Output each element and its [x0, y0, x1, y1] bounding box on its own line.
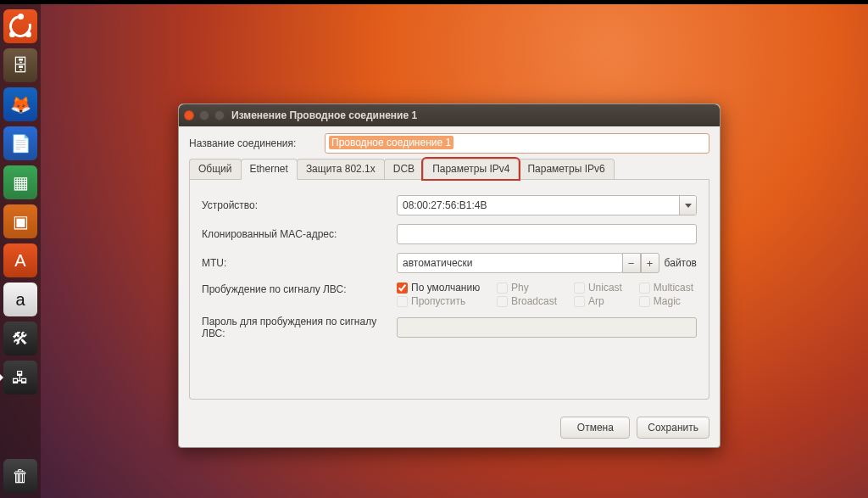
connection-name-label: Название соединения: — [189, 137, 316, 149]
connection-name-value: Проводное соединение 1 — [329, 136, 453, 149]
top-menubar — [0, 1, 868, 4]
launcher: 🗄 🦊 📄 ▦ ▣ A a 🛠 🖧 🗑 — [0, 4, 41, 498]
mtu-label: MTU: — [202, 257, 397, 269]
launcher-software-icon[interactable]: A — [3, 243, 37, 277]
window-maximize-icon[interactable] — [214, 110, 225, 120]
launcher-settings-icon[interactable]: 🛠 — [3, 322, 37, 355]
cancel-button[interactable]: Отмена — [560, 417, 630, 439]
launcher-calc-icon[interactable]: ▦ — [3, 165, 37, 199]
desktop: 🗄 🦊 📄 ▦ ▣ A a 🛠 🖧 🗑 Изменение Проводное … — [0, 0, 868, 498]
tab-ipv4[interactable]: Параметры IPv4 — [423, 159, 519, 179]
wol-skip-checkbox[interactable]: Пропустить — [397, 295, 483, 307]
wol-unicast-checkbox[interactable]: Unicast — [574, 282, 626, 294]
cloned-mac-input[interactable] — [397, 224, 697, 244]
wol-options: По умолчанию Phy Unicast Multicast Пропу… — [397, 282, 697, 307]
tab-general[interactable]: Общий — [189, 159, 242, 179]
wol-arp-checkbox[interactable]: Arp — [574, 295, 626, 307]
mtu-stepper: − + — [622, 253, 659, 273]
wol-default-checkbox[interactable]: По умолчанию — [397, 282, 483, 294]
wol-multicast-checkbox[interactable]: Multicast — [639, 282, 697, 294]
wol-phy-checkbox[interactable]: Phy — [497, 282, 560, 294]
wol-magic-checkbox[interactable]: Magic — [639, 295, 697, 307]
window-minimize-icon[interactable] — [199, 110, 209, 120]
chevron-down-icon[interactable] — [679, 196, 696, 215]
launcher-firefox-icon[interactable]: 🦊 — [3, 87, 37, 121]
mtu-unit: байтов — [665, 257, 697, 269]
titlebar[interactable]: Изменение Проводное соединение 1 — [179, 104, 720, 126]
mtu-value: автоматически — [403, 257, 473, 269]
wol-broadcast-checkbox[interactable]: Broadcast — [497, 295, 560, 307]
launcher-writer-icon[interactable]: 📄 — [3, 126, 37, 160]
launcher-trash-icon[interactable]: 🗑 — [3, 459, 37, 493]
ethernet-panel: Устройство: 08:00:27:56:B1:4B Клонирован… — [189, 180, 709, 400]
tabs: Общий Ethernet Защита 802.1x DCB Парамет… — [189, 159, 709, 180]
mtu-increment-button[interactable]: + — [641, 253, 659, 273]
connection-name-input[interactable]: Проводное соединение 1 — [325, 133, 709, 154]
wol-label: Пробуждение по сигналу ЛВС: — [202, 282, 397, 295]
wol-password-label: Пароль для пробуждения по сигналу ЛВС: — [202, 316, 397, 339]
dialog-footer: Отмена Сохранить — [179, 408, 720, 447]
tab-security[interactable]: Защита 802.1x — [297, 159, 385, 179]
launcher-amazon-icon[interactable]: a — [3, 283, 37, 316]
launcher-impress-icon[interactable]: ▣ — [3, 204, 37, 238]
device-combo[interactable]: 08:00:27:56:B1:4B — [397, 195, 697, 215]
window-title: Изменение Проводное соединение 1 — [231, 109, 417, 121]
launcher-files-icon[interactable]: 🗄 — [3, 48, 37, 82]
device-label: Устройство: — [202, 199, 397, 211]
save-button[interactable]: Сохранить — [637, 417, 709, 439]
tab-ethernet[interactable]: Ethernet — [241, 159, 298, 180]
nm-connection-editor-dialog: Изменение Проводное соединение 1 Названи… — [178, 104, 721, 448]
launcher-dash-icon[interactable] — [3, 9, 37, 43]
device-value: 08:00:27:56:B1:4B — [403, 199, 487, 211]
mtu-decrement-button[interactable]: − — [622, 253, 641, 273]
mtu-input[interactable]: автоматически — [397, 253, 623, 273]
window-close-icon[interactable] — [184, 110, 194, 120]
cloned-mac-label: Клонированный MAC-адрес: — [202, 228, 397, 240]
tab-dcb[interactable]: DCB — [384, 159, 424, 179]
launcher-network-icon[interactable]: 🖧 — [3, 361, 37, 394]
wol-password-input[interactable] — [397, 317, 697, 338]
tab-ipv6[interactable]: Параметры IPv6 — [518, 159, 614, 179]
